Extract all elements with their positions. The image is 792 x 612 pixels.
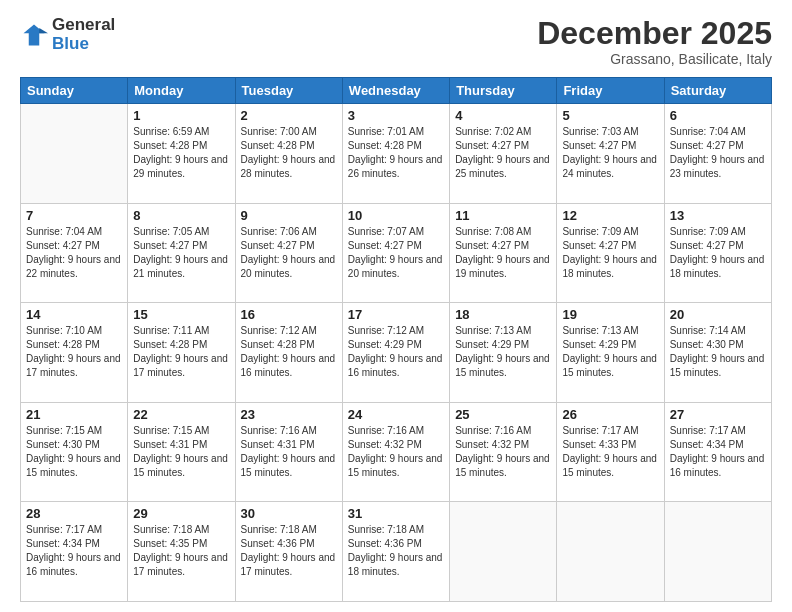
calendar-cell: 5Sunrise: 7:03 AMSunset: 4:27 PMDaylight…: [557, 104, 664, 204]
day-info: Sunrise: 7:01 AMSunset: 4:28 PMDaylight:…: [348, 125, 444, 181]
day-info: Sunrise: 7:13 AMSunset: 4:29 PMDaylight:…: [455, 324, 551, 380]
calendar-cell: 10Sunrise: 7:07 AMSunset: 4:27 PMDayligh…: [342, 203, 449, 303]
day-info: Sunrise: 7:08 AMSunset: 4:27 PMDaylight:…: [455, 225, 551, 281]
calendar-cell: 4Sunrise: 7:02 AMSunset: 4:27 PMDaylight…: [450, 104, 557, 204]
calendar-cell: 23Sunrise: 7:16 AMSunset: 4:31 PMDayligh…: [235, 402, 342, 502]
day-info: Sunrise: 7:04 AMSunset: 4:27 PMDaylight:…: [26, 225, 122, 281]
day-number: 16: [241, 307, 337, 322]
calendar-cell: 9Sunrise: 7:06 AMSunset: 4:27 PMDaylight…: [235, 203, 342, 303]
day-number: 7: [26, 208, 122, 223]
calendar-cell: 30Sunrise: 7:18 AMSunset: 4:36 PMDayligh…: [235, 502, 342, 602]
day-info: Sunrise: 7:02 AMSunset: 4:27 PMDaylight:…: [455, 125, 551, 181]
day-info: Sunrise: 7:05 AMSunset: 4:27 PMDaylight:…: [133, 225, 229, 281]
day-info: Sunrise: 7:16 AMSunset: 4:32 PMDaylight:…: [455, 424, 551, 480]
weekday-header-tuesday: Tuesday: [235, 78, 342, 104]
day-info: Sunrise: 7:16 AMSunset: 4:31 PMDaylight:…: [241, 424, 337, 480]
calendar-cell: 7Sunrise: 7:04 AMSunset: 4:27 PMDaylight…: [21, 203, 128, 303]
day-number: 28: [26, 506, 122, 521]
calendar-cell: 19Sunrise: 7:13 AMSunset: 4:29 PMDayligh…: [557, 303, 664, 403]
day-number: 9: [241, 208, 337, 223]
logo: General Blue: [20, 16, 115, 53]
weekday-header-friday: Friday: [557, 78, 664, 104]
day-number: 17: [348, 307, 444, 322]
day-number: 15: [133, 307, 229, 322]
calendar-cell: 1Sunrise: 6:59 AMSunset: 4:28 PMDaylight…: [128, 104, 235, 204]
calendar-cell: 24Sunrise: 7:16 AMSunset: 4:32 PMDayligh…: [342, 402, 449, 502]
calendar-cell: 17Sunrise: 7:12 AMSunset: 4:29 PMDayligh…: [342, 303, 449, 403]
calendar-cell: 11Sunrise: 7:08 AMSunset: 4:27 PMDayligh…: [450, 203, 557, 303]
day-info: Sunrise: 7:12 AMSunset: 4:28 PMDaylight:…: [241, 324, 337, 380]
page: General Blue December 2025 Grassano, Bas…: [0, 0, 792, 612]
title-block: December 2025 Grassano, Basilicate, Ital…: [537, 16, 772, 67]
calendar: SundayMondayTuesdayWednesdayThursdayFrid…: [20, 77, 772, 602]
day-info: Sunrise: 7:18 AMSunset: 4:36 PMDaylight:…: [241, 523, 337, 579]
calendar-cell: [450, 502, 557, 602]
day-number: 10: [348, 208, 444, 223]
svg-marker-0: [24, 24, 45, 45]
calendar-cell: 31Sunrise: 7:18 AMSunset: 4:36 PMDayligh…: [342, 502, 449, 602]
day-info: Sunrise: 7:13 AMSunset: 4:29 PMDaylight:…: [562, 324, 658, 380]
day-number: 27: [670, 407, 766, 422]
day-info: Sunrise: 7:04 AMSunset: 4:27 PMDaylight:…: [670, 125, 766, 181]
day-number: 1: [133, 108, 229, 123]
day-number: 8: [133, 208, 229, 223]
calendar-cell: 22Sunrise: 7:15 AMSunset: 4:31 PMDayligh…: [128, 402, 235, 502]
day-info: Sunrise: 7:16 AMSunset: 4:32 PMDaylight:…: [348, 424, 444, 480]
weekday-header-wednesday: Wednesday: [342, 78, 449, 104]
svg-marker-1: [39, 28, 48, 33]
day-info: Sunrise: 7:15 AMSunset: 4:31 PMDaylight:…: [133, 424, 229, 480]
logo-text: General Blue: [52, 16, 115, 53]
day-number: 11: [455, 208, 551, 223]
month-title: December 2025: [537, 16, 772, 51]
day-number: 13: [670, 208, 766, 223]
calendar-cell: 3Sunrise: 7:01 AMSunset: 4:28 PMDaylight…: [342, 104, 449, 204]
weekday-header-row: SundayMondayTuesdayWednesdayThursdayFrid…: [21, 78, 772, 104]
calendar-cell: [21, 104, 128, 204]
day-number: 21: [26, 407, 122, 422]
day-info: Sunrise: 7:18 AMSunset: 4:36 PMDaylight:…: [348, 523, 444, 579]
day-number: 18: [455, 307, 551, 322]
day-info: Sunrise: 7:12 AMSunset: 4:29 PMDaylight:…: [348, 324, 444, 380]
location: Grassano, Basilicate, Italy: [537, 51, 772, 67]
calendar-week-5: 28Sunrise: 7:17 AMSunset: 4:34 PMDayligh…: [21, 502, 772, 602]
day-info: Sunrise: 7:17 AMSunset: 4:34 PMDaylight:…: [670, 424, 766, 480]
day-info: Sunrise: 7:09 AMSunset: 4:27 PMDaylight:…: [670, 225, 766, 281]
calendar-cell: 12Sunrise: 7:09 AMSunset: 4:27 PMDayligh…: [557, 203, 664, 303]
day-number: 5: [562, 108, 658, 123]
calendar-week-4: 21Sunrise: 7:15 AMSunset: 4:30 PMDayligh…: [21, 402, 772, 502]
day-info: Sunrise: 7:09 AMSunset: 4:27 PMDaylight:…: [562, 225, 658, 281]
day-number: 24: [348, 407, 444, 422]
day-info: Sunrise: 6:59 AMSunset: 4:28 PMDaylight:…: [133, 125, 229, 181]
day-number: 26: [562, 407, 658, 422]
day-number: 29: [133, 506, 229, 521]
calendar-cell: 18Sunrise: 7:13 AMSunset: 4:29 PMDayligh…: [450, 303, 557, 403]
day-number: 19: [562, 307, 658, 322]
calendar-cell: 26Sunrise: 7:17 AMSunset: 4:33 PMDayligh…: [557, 402, 664, 502]
weekday-header-saturday: Saturday: [664, 78, 771, 104]
calendar-cell: 2Sunrise: 7:00 AMSunset: 4:28 PMDaylight…: [235, 104, 342, 204]
calendar-week-1: 1Sunrise: 6:59 AMSunset: 4:28 PMDaylight…: [21, 104, 772, 204]
weekday-header-sunday: Sunday: [21, 78, 128, 104]
day-number: 30: [241, 506, 337, 521]
calendar-cell: 15Sunrise: 7:11 AMSunset: 4:28 PMDayligh…: [128, 303, 235, 403]
day-info: Sunrise: 7:18 AMSunset: 4:35 PMDaylight:…: [133, 523, 229, 579]
logo-icon: [20, 21, 48, 49]
calendar-cell: [557, 502, 664, 602]
weekday-header-monday: Monday: [128, 78, 235, 104]
day-info: Sunrise: 7:07 AMSunset: 4:27 PMDaylight:…: [348, 225, 444, 281]
weekday-header-thursday: Thursday: [450, 78, 557, 104]
day-info: Sunrise: 7:15 AMSunset: 4:30 PMDaylight:…: [26, 424, 122, 480]
calendar-cell: 21Sunrise: 7:15 AMSunset: 4:30 PMDayligh…: [21, 402, 128, 502]
day-info: Sunrise: 7:11 AMSunset: 4:28 PMDaylight:…: [133, 324, 229, 380]
day-number: 22: [133, 407, 229, 422]
day-info: Sunrise: 7:14 AMSunset: 4:30 PMDaylight:…: [670, 324, 766, 380]
day-info: Sunrise: 7:03 AMSunset: 4:27 PMDaylight:…: [562, 125, 658, 181]
day-number: 31: [348, 506, 444, 521]
calendar-cell: 25Sunrise: 7:16 AMSunset: 4:32 PMDayligh…: [450, 402, 557, 502]
calendar-week-2: 7Sunrise: 7:04 AMSunset: 4:27 PMDaylight…: [21, 203, 772, 303]
calendar-cell: 13Sunrise: 7:09 AMSunset: 4:27 PMDayligh…: [664, 203, 771, 303]
day-number: 20: [670, 307, 766, 322]
calendar-cell: 27Sunrise: 7:17 AMSunset: 4:34 PMDayligh…: [664, 402, 771, 502]
day-info: Sunrise: 7:06 AMSunset: 4:27 PMDaylight:…: [241, 225, 337, 281]
header: General Blue December 2025 Grassano, Bas…: [20, 16, 772, 67]
